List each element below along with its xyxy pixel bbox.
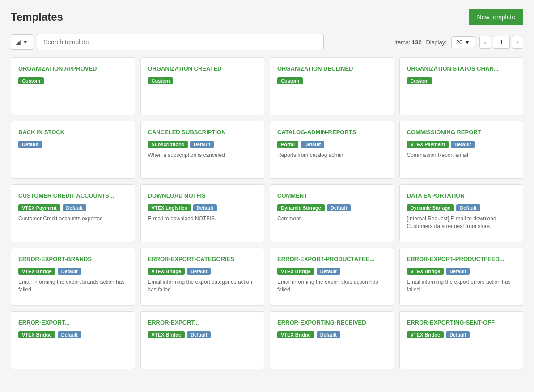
- template-card[interactable]: COMMISSIONING REPORTVTEX PaymentDefaultC…: [399, 121, 524, 179]
- card-tags: VTEX BridgeDefault: [407, 268, 516, 275]
- card-tags: PortalDefault: [277, 141, 386, 148]
- tag-badge: Custom: [18, 77, 44, 84]
- card-tags: VTEX BridgeDefault: [277, 331, 386, 338]
- card-title: ORGANIZATION STATUS CHAN...: [407, 65, 516, 73]
- card-tags: VTEX PaymentDefault: [18, 204, 127, 211]
- tag-badge: Custom: [407, 77, 432, 84]
- cards-grid: ORGANIZATION APPROVEDCustomORGANIZATION …: [11, 57, 523, 369]
- card-tags: VTEX BridgeDefault: [148, 268, 257, 275]
- template-card[interactable]: ERROR-EXPORT-PRODUCTAFEE...VTEX BridgeDe…: [270, 248, 394, 306]
- card-description: When a subscription is canceled: [148, 152, 257, 159]
- card-title: CUSTOMER CREDIT ACCOUNTS...: [18, 192, 127, 200]
- card-description: Email informing the export brands action…: [18, 278, 127, 294]
- tag-badge: Custom: [148, 77, 174, 84]
- card-tags: Default: [18, 141, 127, 148]
- card-title: ORGANIZATION DECLINED: [277, 65, 386, 73]
- card-description: Email informing the export errors action…: [407, 278, 516, 294]
- template-card[interactable]: CUSTOMER CREDIT ACCOUNTS...VTEX PaymentD…: [11, 184, 135, 242]
- tag-badge: VTEX Payment: [407, 141, 449, 148]
- page-nav: ‹ 1 ›: [479, 36, 523, 49]
- template-card[interactable]: COMMENTDynamic StorageDefaultComment.: [270, 184, 394, 242]
- tag-badge: Default: [193, 204, 217, 211]
- card-title: CATALOG-ADMIN-REPORTS: [277, 128, 386, 136]
- tag-badge: Default: [187, 331, 211, 338]
- template-card[interactable]: BACK IN STOCKDefault: [11, 121, 135, 179]
- template-card[interactable]: ERROR-EXPORT...VTEX BridgeDefault: [11, 311, 135, 369]
- tag-badge: Default: [58, 268, 81, 275]
- card-tags: VTEX BridgeDefault: [18, 268, 127, 275]
- display-select[interactable]: 20 ▼: [451, 36, 475, 48]
- tag-badge: VTEX Bridge: [407, 331, 444, 338]
- template-card[interactable]: ORGANIZATION APPROVEDCustom: [11, 57, 135, 115]
- card-description: Commission Report email: [407, 152, 516, 159]
- tag-badge: Custom: [277, 77, 303, 84]
- card-description: Reports from catalog admin: [277, 152, 386, 159]
- page-number: 1: [493, 36, 509, 49]
- page-title: Templates: [11, 11, 63, 23]
- template-card[interactable]: ORGANIZATION CREATEDCustom: [140, 57, 265, 115]
- tag-badge: VTEX Bridge: [277, 331, 314, 338]
- search-area: ◢ ▼: [11, 34, 324, 50]
- card-tags: VTEX PaymentDefault: [407, 141, 516, 148]
- template-card[interactable]: CATALOG-ADMIN-REPORTSPortalDefaultReport…: [270, 121, 394, 179]
- search-input[interactable]: [37, 34, 324, 50]
- card-title: ORGANIZATION CREATED: [148, 65, 257, 73]
- card-tags: VTEX BridgeDefault: [277, 268, 386, 275]
- tag-badge: Default: [317, 331, 340, 338]
- template-card[interactable]: ORGANIZATION DECLINEDCustom: [270, 57, 394, 115]
- template-card[interactable]: DOWNLOAD NOTFISVTEX LogisticsDefaultE-ma…: [140, 184, 265, 242]
- template-card[interactable]: ERROR-EXPORT...VTEX BridgeDefault: [140, 311, 265, 369]
- tag-badge: Default: [446, 331, 470, 338]
- display-label: Display:: [426, 39, 446, 46]
- template-card[interactable]: ORGANIZATION STATUS CHAN...Custom: [399, 57, 524, 115]
- tag-badge: Default: [446, 268, 470, 275]
- card-title: ERROR-EXPORTING-RECEIVED: [277, 319, 386, 327]
- card-tags: VTEX BridgeDefault: [407, 331, 516, 338]
- card-description: E-mail to download NOTFIS.: [148, 215, 257, 223]
- card-title: COMMENT: [277, 192, 386, 200]
- template-card[interactable]: ERROR-EXPORT-CATEGORIESVTEX BridgeDefaul…: [140, 248, 265, 306]
- card-tags: Custom: [407, 77, 516, 84]
- card-title: ERROR-EXPORT-PRODUCTAFEE...: [277, 255, 386, 263]
- tag-badge: Portal: [277, 141, 298, 148]
- template-card[interactable]: ERROR-EXPORTING-RECEIVEDVTEX BridgeDefau…: [270, 311, 394, 369]
- card-title: BACK IN STOCK: [18, 128, 127, 136]
- template-card[interactable]: ERROR-EXPORTING-SENT-OFFVTEX BridgeDefau…: [399, 311, 524, 369]
- template-card[interactable]: ERROR-EXPORT-PRODUCTFEED...VTEX BridgeDe…: [399, 248, 524, 306]
- tag-badge: VTEX Bridge: [18, 331, 55, 338]
- card-title: ERROR-EXPORT-BRANDS: [18, 255, 127, 263]
- filter-chevron: ▼: [22, 39, 28, 46]
- tag-badge: VTEX Bridge: [277, 268, 314, 275]
- tag-badge: Default: [317, 268, 340, 275]
- card-title: DATA EXPORTATION: [407, 192, 516, 200]
- pagination-area: Items: 132 Display: 20 ▼ ‹ 1 ›: [394, 36, 523, 49]
- tag-badge: VTEX Logistics: [148, 204, 191, 211]
- card-description: [Internal Request] E-mail to download Cu…: [407, 215, 516, 230]
- items-count: 132: [412, 39, 422, 46]
- filter-button[interactable]: ◢ ▼: [11, 34, 33, 50]
- card-title: ORGANIZATION APPROVED: [18, 65, 127, 73]
- tag-badge: VTEX Payment: [18, 204, 60, 211]
- card-tags: VTEX BridgeDefault: [18, 331, 127, 338]
- tag-badge: VTEX Bridge: [148, 331, 185, 338]
- tag-badge: Subscriptions: [148, 141, 188, 148]
- tag-badge: Default: [301, 141, 324, 148]
- card-description: Email informing the export skus action h…: [277, 278, 386, 294]
- card-tags: VTEX BridgeDefault: [148, 331, 257, 338]
- template-card[interactable]: ERROR-EXPORT-BRANDSVTEX BridgeDefaultEma…: [11, 248, 135, 306]
- items-info: Items: 132: [394, 39, 422, 46]
- tag-badge: Dynamic Storage: [277, 204, 325, 211]
- new-template-button[interactable]: New template: [469, 9, 523, 25]
- card-title: ERROR-EXPORTING-SENT-OFF: [407, 319, 516, 327]
- prev-page-button[interactable]: ‹: [479, 36, 491, 49]
- tag-badge: Default: [58, 331, 81, 338]
- template-card[interactable]: DATA EXPORTATIONDynamic StorageDefault[I…: [399, 184, 524, 242]
- card-tags: VTEX LogisticsDefault: [148, 204, 257, 211]
- template-card[interactable]: CANCELED SUBSCRIPTIONSubscriptionsDefaul…: [140, 121, 265, 179]
- card-title: ERROR-EXPORT...: [18, 319, 127, 327]
- tag-badge: Default: [451, 141, 475, 148]
- card-title: DOWNLOAD NOTFIS: [148, 192, 257, 200]
- tag-badge: Default: [18, 141, 42, 148]
- card-description: Comment.: [277, 215, 386, 223]
- next-page-button[interactable]: ›: [512, 36, 523, 49]
